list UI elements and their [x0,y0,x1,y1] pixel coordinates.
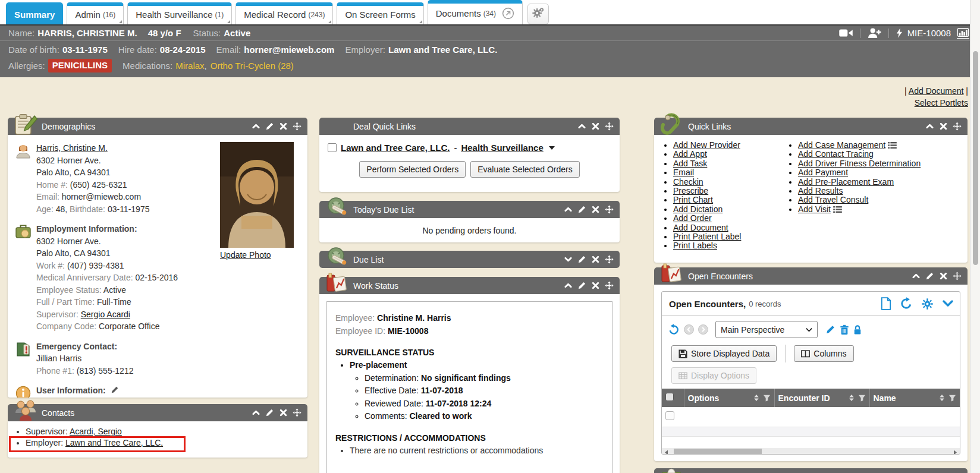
contacts-header[interactable]: Contacts [8,404,307,421]
patient-name-link[interactable]: Harris, Christine M. [36,143,108,153]
evaluate-selected-orders-button[interactable]: Evaluate Selected Orders [470,161,580,178]
medication-link-ortho[interactable]: Ortho Tri-Cyclen (28) [211,59,294,72]
add-payment-link[interactable]: Add Payment [798,168,848,177]
add-visit-link[interactable]: Add Visit [798,204,831,214]
scroll-right-arrow[interactable] [951,448,960,455]
video-camera-icon[interactable] [839,29,853,37]
tab-on-screen-forms[interactable]: On Screen Forms [337,2,423,24]
close-portlet-button[interactable] [591,281,600,290]
select-all-checkbox[interactable] [665,393,674,401]
close-portlet-button[interactable] [591,205,600,214]
work-status-header[interactable]: Work Status [319,277,620,294]
add-appt-link[interactable]: Add Appt [673,149,707,159]
move-portlet-handle[interactable] [293,408,301,417]
deal-checkbox[interactable] [328,143,337,152]
lightning-icon[interactable] [896,28,903,38]
store-displayed-data-button[interactable]: Store Displayed Data [671,345,777,362]
horizontal-scroll-thumb[interactable] [674,449,762,455]
close-portlet-button[interactable] [279,122,288,131]
edit-pencil-icon[interactable] [111,386,119,394]
contact-supervisor-link[interactable]: Acardi, Sergio [70,427,122,436]
filter-icon[interactable] [948,394,956,402]
filter-icon[interactable] [763,394,771,402]
add-dictation-link[interactable]: Add Dictation [673,204,723,214]
due-list-header[interactable]: Due List [319,251,620,268]
edit-portlet-button[interactable] [577,255,586,264]
collapse-portlet-button[interactable] [564,281,573,290]
edit-portlet-button[interactable] [265,122,274,131]
scroll-left-arrow[interactable] [662,448,671,455]
add-task-link[interactable]: Add Task [673,159,707,168]
tab-settings-gear-button[interactable] [527,4,549,24]
add-document-quick-link[interactable]: Add Document [673,223,728,232]
add-person-icon[interactable] [868,28,881,38]
popout-arrow-icon[interactable] [502,7,514,20]
name-column-header[interactable]: Name [869,389,960,407]
allergy-badge[interactable]: PENICILLINS [48,59,112,72]
collapse-portlet-button[interactable] [252,408,260,417]
edit-portlet-button[interactable] [577,205,586,214]
update-photo-link[interactable]: Update Photo [220,250,271,260]
prescribe-link[interactable]: Prescribe [673,186,708,195]
collapse-portlet-button[interactable] [564,205,573,214]
horizontal-scrollbar[interactable] [662,448,960,455]
page-vertical-scrollbar[interactable] [970,0,980,473]
collapse-portlet-button[interactable] [925,122,934,131]
collapse-portlet-button[interactable] [912,272,921,280]
sort-icon[interactable] [753,394,759,402]
add-case-management-link[interactable]: Add Case Management [798,140,885,150]
row-checkbox[interactable] [665,411,674,420]
todays-due-list-header[interactable]: Today's Due List [319,201,620,218]
add-contact-tracing-link[interactable]: Add Contact Tracing [798,149,874,159]
edit-portlet-button[interactable] [265,408,274,417]
filter-icon[interactable] [858,394,866,402]
sort-icon[interactable] [939,394,945,402]
supervisor-link[interactable]: Sergio Acardi [81,310,130,319]
checkin-link[interactable]: Checkin [673,177,703,187]
open-encounters-header[interactable]: Open Encounters [654,267,968,285]
expand-portlet-button[interactable] [564,255,573,264]
move-portlet-handle[interactable] [605,281,614,290]
lock-perspective-icon[interactable] [853,324,862,335]
add-results-link[interactable]: Add Results [798,186,843,195]
list-icon[interactable] [833,206,842,213]
move-portlet-handle[interactable] [293,122,301,131]
edit-portlet-button[interactable] [925,272,934,280]
add-driver-fitness-link[interactable]: Add Driver Fitness Determination [798,159,921,168]
perspective-select[interactable]: Main Perspective [715,321,818,338]
deal-program-link[interactable]: Health Surveillance [461,143,543,153]
add-new-provider-link[interactable]: Add New Provider [673,140,740,150]
sort-icon[interactable] [849,394,855,402]
collapse-portlet-button[interactable] [577,122,586,131]
deal-company-link[interactable]: Lawn and Tree Care, LLC. [341,143,450,153]
move-portlet-handle[interactable] [953,272,962,280]
options-column-header[interactable]: Options [684,389,774,407]
demographics-header[interactable]: Demographics [8,118,307,135]
medication-link-miralax[interactable]: Miralax [175,59,204,72]
add-document-link[interactable]: Add Document [909,86,964,96]
tab-summary[interactable]: Summary [6,2,63,24]
chevron-down-icon[interactable] [549,146,555,150]
collapse-grid-chevron-icon[interactable] [942,299,954,308]
reset-undo-icon[interactable] [668,324,680,336]
vertical-scroll-thumb[interactable] [973,51,978,265]
print-chart-link[interactable]: Print Chart [673,195,713,204]
deal-quick-links-header[interactable]: Deal Quick Links [319,118,620,135]
move-portlet-handle[interactable] [605,122,614,131]
next-perspective-button[interactable] [698,324,708,335]
close-portlet-button[interactable] [939,122,948,131]
quick-links-header[interactable]: Quick Links [654,118,968,135]
add-pre-placement-exam-link[interactable]: Add Pre-Placement Exam [798,177,894,187]
close-portlet-button[interactable] [591,122,600,131]
tab-documents[interactable]: Documents (34) [428,0,523,24]
move-portlet-handle[interactable] [605,255,614,264]
flowsheet-chart-icon[interactable] [957,28,969,39]
select-portlets-link[interactable]: Select Portlets [915,98,968,108]
add-order-link[interactable]: Add Order [673,213,712,223]
display-options-button[interactable]: Display Options [671,367,756,384]
grid-settings-gear-icon[interactable] [921,298,934,310]
service-column-header[interactable]: Service [960,389,960,407]
tab-admin[interactable]: Admin(16) [67,2,124,24]
print-labels-link[interactable]: Print Labels [673,241,717,250]
encounter-id-column-header[interactable]: Encounter ID [774,389,869,407]
